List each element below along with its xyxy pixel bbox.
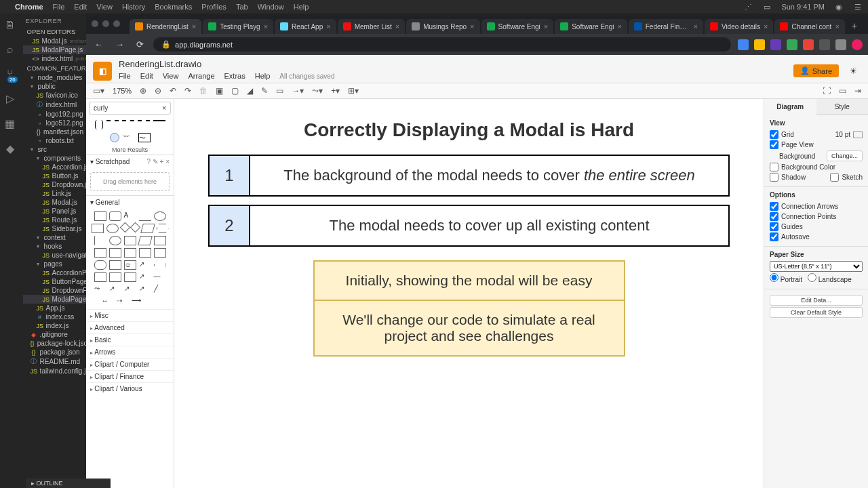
close-icon[interactable]: ×	[264, 22, 268, 30]
clear-style-button[interactable]: Clear Default Style	[770, 307, 863, 318]
file-item[interactable]: JSModal.js	[23, 198, 86, 207]
ext-icon[interactable]	[770, 39, 781, 50]
share-button[interactable]: 👤 Share	[793, 64, 839, 77]
menu-file[interactable]: File	[53, 3, 65, 11]
delete-icon[interactable]: 🗑	[199, 86, 208, 96]
zoom-level[interactable]: 175%	[113, 87, 132, 95]
ext-icon[interactable]	[819, 39, 830, 50]
row-1[interactable]: 1 The background of the modal needs to c…	[208, 155, 730, 197]
file-item[interactable]: ▫logo192.png	[23, 110, 86, 119]
browser-tab[interactable]: Channel cont×	[774, 19, 844, 34]
file-item[interactable]: {}package-lock.json	[23, 339, 86, 348]
battery-icon[interactable]: ▭	[762, 3, 772, 12]
profile-icon[interactable]	[852, 39, 863, 50]
more-results[interactable]: More Results	[86, 145, 174, 155]
edit-data-button[interactable]: Edit Data...	[770, 295, 863, 306]
shape-category[interactable]: Arrows	[86, 346, 174, 358]
add-icon[interactable]: +▾	[331, 86, 340, 96]
file-item[interactable]: JSModalPage.js	[23, 295, 86, 304]
bgcolor-check[interactable]	[770, 163, 778, 171]
file-item[interactable]: #index.css	[23, 312, 86, 321]
table-icon[interactable]: ⊞▾	[348, 86, 359, 96]
browser-tab[interactable]: Software Engi×	[555, 19, 627, 34]
folder-item[interactable]: src	[23, 145, 86, 154]
menu-history[interactable]: History	[122, 3, 145, 11]
ext-icon[interactable]	[754, 39, 765, 50]
theme-icon[interactable]: ☀	[850, 66, 857, 76]
row-2[interactable]: 2 The modal needs to cover up all existi…	[208, 205, 730, 247]
close-icon[interactable]: ×	[395, 22, 399, 30]
browser-tab[interactable]: RenderingList×	[130, 19, 201, 34]
dio-menu-file[interactable]: File	[119, 72, 131, 80]
diagram-title[interactable]: Correctly Displaying a Modal is Hard	[201, 119, 736, 141]
file-item[interactable]: JSuse-navigation.js	[23, 251, 86, 260]
line-icon[interactable]: ✎	[261, 86, 268, 96]
docker-icon[interactable]: ◆	[6, 142, 14, 155]
window-controls[interactable]	[86, 17, 125, 30]
redo-icon[interactable]: ↷	[184, 86, 191, 96]
open-editors-label[interactable]: OPEN EDITORS	[20, 26, 86, 37]
shape-category[interactable]: Clipart / Finance	[86, 370, 174, 382]
shape-category[interactable]: Misc	[86, 309, 174, 321]
close-icon[interactable]: ×	[764, 22, 768, 30]
undo-icon[interactable]: ↶	[170, 86, 176, 96]
file-item[interactable]: JSfavicon.ico	[23, 91, 86, 100]
editor-item[interactable]: <>index.html public	[23, 54, 86, 63]
app-name[interactable]: Chrome	[15, 3, 43, 11]
autosave-check[interactable]	[770, 232, 778, 241]
menu-tab[interactable]: Tab	[236, 3, 248, 11]
back-button[interactable]: ←	[92, 39, 106, 49]
close-icon[interactable]: ×	[693, 22, 697, 30]
tab-style[interactable]: Style	[816, 99, 869, 115]
file-item[interactable]: JSButtonPage.js	[23, 277, 86, 286]
menu-window[interactable]: Window	[258, 3, 284, 11]
collapse-icon[interactable]: ⇥	[854, 86, 861, 96]
file-title[interactable]: RenderingList.drawio	[119, 59, 341, 69]
zoom-out-icon[interactable]: ⊖	[155, 86, 161, 96]
close-icon[interactable]: ×	[326, 22, 330, 30]
outline-label[interactable]: ▸ OUTLINE	[26, 479, 111, 488]
workspace-label[interactable]: COMMON_FEATURES	[20, 63, 86, 73]
file-item[interactable]: JSAccordion.js	[23, 163, 86, 171]
shape-search[interactable]: curly×	[89, 102, 171, 115]
back-icon[interactable]: ▢	[231, 86, 239, 96]
files-icon[interactable]: 🗎	[5, 19, 16, 31]
fullscreen-icon[interactable]: ⛶	[823, 86, 831, 96]
dio-menu-view[interactable]: View	[163, 72, 179, 80]
new-tab-button[interactable]: +	[846, 18, 863, 34]
file-item[interactable]: JStailwind.config.js	[23, 367, 86, 375]
portrait-radio[interactable]	[770, 273, 778, 282]
sketch-check[interactable]	[830, 173, 839, 182]
scratchpad-drop[interactable]: Drag elements here	[90, 172, 170, 191]
dio-menu-extras[interactable]: Extras	[224, 72, 245, 80]
browser-tab[interactable]: Federal Financ×	[629, 19, 703, 34]
file-item[interactable]: JSAccordionPage.js	[23, 268, 86, 277]
general-shapes[interactable]: A ☺↗ ↗ —⤳↗↗↗ ╱↔⇢⟶	[86, 209, 174, 309]
paper-select[interactable]: US-Letter (8,5" x 11")	[770, 261, 863, 272]
shape-category[interactable]: Advanced	[86, 321, 174, 333]
ext-icon[interactable]	[787, 39, 797, 50]
browser-tab[interactable]: Video details×	[705, 19, 774, 34]
zoom-in-icon[interactable]: ⊕	[140, 86, 146, 96]
file-item[interactable]: JSPanel.js	[23, 207, 86, 216]
pageview-check[interactable]	[770, 140, 778, 149]
menu-bookmarks[interactable]: Bookmarks	[155, 3, 192, 11]
change-bg-button[interactable]: Change...	[827, 150, 863, 161]
wifi-icon[interactable]: ⋰	[743, 3, 753, 12]
file-item[interactable]: JSApp.js	[23, 304, 86, 312]
menu-help[interactable]: Help	[294, 3, 309, 11]
ext-icon[interactable]	[803, 39, 814, 50]
browser-tab[interactable]: Musings Repo×	[406, 19, 479, 34]
shadow-check[interactable]	[770, 173, 778, 182]
menu-profiles[interactable]: Profiles	[201, 3, 226, 11]
yellow-box[interactable]: Initially, showing the modal will be eas…	[313, 260, 625, 357]
clock[interactable]: Sun 9:41 PM	[781, 3, 825, 11]
forward-button[interactable]: →	[113, 39, 127, 49]
close-icon[interactable]: ×	[544, 22, 548, 30]
shape-category[interactable]: Basic	[86, 333, 174, 346]
close-icon[interactable]: ×	[617, 22, 621, 30]
file-item[interactable]: ▫logo512.png	[23, 119, 86, 127]
folder-item[interactable]: public	[23, 82, 86, 91]
shape-category[interactable]: Clipart / Various	[86, 382, 174, 394]
clear-icon[interactable]: ×	[162, 104, 166, 112]
